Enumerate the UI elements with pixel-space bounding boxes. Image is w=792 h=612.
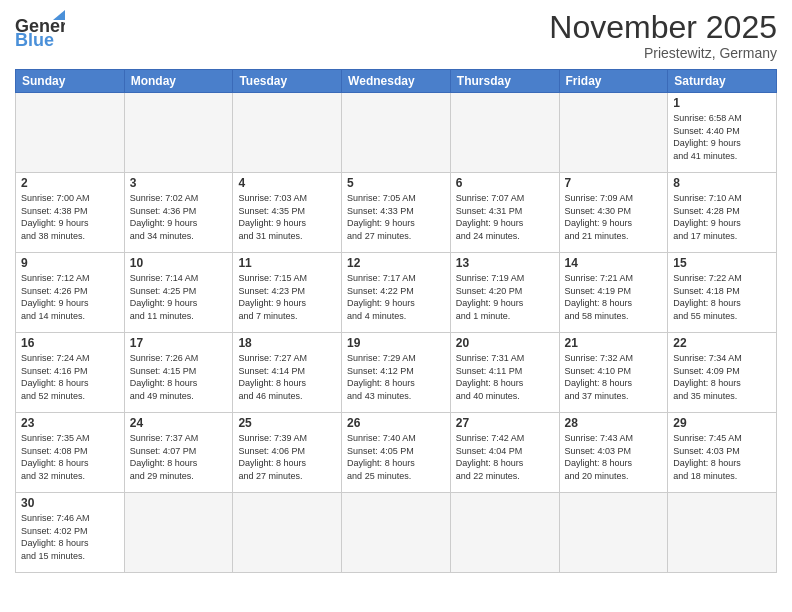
- calendar-cell: 22Sunrise: 7:34 AM Sunset: 4:09 PM Dayli…: [668, 333, 777, 413]
- day-info: Sunrise: 7:05 AM Sunset: 4:33 PM Dayligh…: [347, 192, 445, 242]
- day-number: 19: [347, 336, 445, 350]
- day-number: 23: [21, 416, 119, 430]
- day-info: Sunrise: 7:39 AM Sunset: 4:06 PM Dayligh…: [238, 432, 336, 482]
- day-number: 15: [673, 256, 771, 270]
- calendar-week-5: 30Sunrise: 7:46 AM Sunset: 4:02 PM Dayli…: [16, 493, 777, 573]
- calendar-cell: 23Sunrise: 7:35 AM Sunset: 4:08 PM Dayli…: [16, 413, 125, 493]
- day-info: Sunrise: 7:43 AM Sunset: 4:03 PM Dayligh…: [565, 432, 663, 482]
- day-number: 4: [238, 176, 336, 190]
- day-number: 26: [347, 416, 445, 430]
- header-wednesday: Wednesday: [342, 70, 451, 93]
- day-number: 27: [456, 416, 554, 430]
- day-info: Sunrise: 7:35 AM Sunset: 4:08 PM Dayligh…: [21, 432, 119, 482]
- header-monday: Monday: [124, 70, 233, 93]
- day-info: Sunrise: 7:07 AM Sunset: 4:31 PM Dayligh…: [456, 192, 554, 242]
- subtitle: Priestewitz, Germany: [549, 45, 777, 61]
- calendar-cell: 28Sunrise: 7:43 AM Sunset: 4:03 PM Dayli…: [559, 413, 668, 493]
- calendar-cell: 25Sunrise: 7:39 AM Sunset: 4:06 PM Dayli…: [233, 413, 342, 493]
- header-friday: Friday: [559, 70, 668, 93]
- calendar-cell: 16Sunrise: 7:24 AM Sunset: 4:16 PM Dayli…: [16, 333, 125, 413]
- svg-text:Blue: Blue: [15, 30, 54, 50]
- day-number: 29: [673, 416, 771, 430]
- logo-icon: General Blue: [15, 10, 65, 50]
- calendar-cell: 13Sunrise: 7:19 AM Sunset: 4:20 PM Dayli…: [450, 253, 559, 333]
- day-number: 2: [21, 176, 119, 190]
- day-number: 3: [130, 176, 228, 190]
- title-section: November 2025 Priestewitz, Germany: [549, 10, 777, 61]
- day-info: Sunrise: 7:10 AM Sunset: 4:28 PM Dayligh…: [673, 192, 771, 242]
- calendar-cell: [559, 493, 668, 573]
- calendar-cell: 10Sunrise: 7:14 AM Sunset: 4:25 PM Dayli…: [124, 253, 233, 333]
- header-thursday: Thursday: [450, 70, 559, 93]
- calendar-cell: 11Sunrise: 7:15 AM Sunset: 4:23 PM Dayli…: [233, 253, 342, 333]
- day-number: 22: [673, 336, 771, 350]
- calendar-cell: 2Sunrise: 7:00 AM Sunset: 4:38 PM Daylig…: [16, 173, 125, 253]
- calendar-cell: [16, 93, 125, 173]
- day-number: 17: [130, 336, 228, 350]
- calendar: Sunday Monday Tuesday Wednesday Thursday…: [15, 69, 777, 573]
- calendar-cell: 1Sunrise: 6:58 AM Sunset: 4:40 PM Daylig…: [668, 93, 777, 173]
- day-number: 18: [238, 336, 336, 350]
- day-info: Sunrise: 7:21 AM Sunset: 4:19 PM Dayligh…: [565, 272, 663, 322]
- day-info: Sunrise: 6:58 AM Sunset: 4:40 PM Dayligh…: [673, 112, 771, 162]
- calendar-cell: 15Sunrise: 7:22 AM Sunset: 4:18 PM Dayli…: [668, 253, 777, 333]
- day-info: Sunrise: 7:29 AM Sunset: 4:12 PM Dayligh…: [347, 352, 445, 402]
- day-info: Sunrise: 7:27 AM Sunset: 4:14 PM Dayligh…: [238, 352, 336, 402]
- calendar-cell: 20Sunrise: 7:31 AM Sunset: 4:11 PM Dayli…: [450, 333, 559, 413]
- day-number: 28: [565, 416, 663, 430]
- calendar-cell: 9Sunrise: 7:12 AM Sunset: 4:26 PM Daylig…: [16, 253, 125, 333]
- calendar-week-0: 1Sunrise: 6:58 AM Sunset: 4:40 PM Daylig…: [16, 93, 777, 173]
- calendar-cell: 21Sunrise: 7:32 AM Sunset: 4:10 PM Dayli…: [559, 333, 668, 413]
- header-saturday: Saturday: [668, 70, 777, 93]
- day-info: Sunrise: 7:45 AM Sunset: 4:03 PM Dayligh…: [673, 432, 771, 482]
- day-info: Sunrise: 7:24 AM Sunset: 4:16 PM Dayligh…: [21, 352, 119, 402]
- calendar-cell: 12Sunrise: 7:17 AM Sunset: 4:22 PM Dayli…: [342, 253, 451, 333]
- calendar-cell: [668, 493, 777, 573]
- calendar-cell: 8Sunrise: 7:10 AM Sunset: 4:28 PM Daylig…: [668, 173, 777, 253]
- day-info: Sunrise: 7:37 AM Sunset: 4:07 PM Dayligh…: [130, 432, 228, 482]
- header-tuesday: Tuesday: [233, 70, 342, 93]
- day-info: Sunrise: 7:09 AM Sunset: 4:30 PM Dayligh…: [565, 192, 663, 242]
- calendar-cell: [450, 93, 559, 173]
- header-sunday: Sunday: [16, 70, 125, 93]
- day-info: Sunrise: 7:34 AM Sunset: 4:09 PM Dayligh…: [673, 352, 771, 402]
- calendar-cell: [342, 93, 451, 173]
- calendar-cell: 6Sunrise: 7:07 AM Sunset: 4:31 PM Daylig…: [450, 173, 559, 253]
- calendar-cell: 14Sunrise: 7:21 AM Sunset: 4:19 PM Dayli…: [559, 253, 668, 333]
- calendar-cell: 4Sunrise: 7:03 AM Sunset: 4:35 PM Daylig…: [233, 173, 342, 253]
- calendar-cell: 7Sunrise: 7:09 AM Sunset: 4:30 PM Daylig…: [559, 173, 668, 253]
- calendar-cell: [124, 493, 233, 573]
- header: General Blue November 2025 Priestewitz, …: [15, 10, 777, 61]
- weekday-header-row: Sunday Monday Tuesday Wednesday Thursday…: [16, 70, 777, 93]
- day-number: 7: [565, 176, 663, 190]
- day-number: 14: [565, 256, 663, 270]
- day-number: 9: [21, 256, 119, 270]
- calendar-cell: 17Sunrise: 7:26 AM Sunset: 4:15 PM Dayli…: [124, 333, 233, 413]
- day-info: Sunrise: 7:14 AM Sunset: 4:25 PM Dayligh…: [130, 272, 228, 322]
- day-info: Sunrise: 7:12 AM Sunset: 4:26 PM Dayligh…: [21, 272, 119, 322]
- day-number: 20: [456, 336, 554, 350]
- day-info: Sunrise: 7:46 AM Sunset: 4:02 PM Dayligh…: [21, 512, 119, 562]
- calendar-cell: 19Sunrise: 7:29 AM Sunset: 4:12 PM Dayli…: [342, 333, 451, 413]
- calendar-cell: [233, 93, 342, 173]
- day-number: 8: [673, 176, 771, 190]
- day-info: Sunrise: 7:26 AM Sunset: 4:15 PM Dayligh…: [130, 352, 228, 402]
- calendar-cell: [124, 93, 233, 173]
- calendar-cell: 30Sunrise: 7:46 AM Sunset: 4:02 PM Dayli…: [16, 493, 125, 573]
- day-number: 25: [238, 416, 336, 430]
- calendar-cell: [450, 493, 559, 573]
- day-number: 21: [565, 336, 663, 350]
- calendar-week-3: 16Sunrise: 7:24 AM Sunset: 4:16 PM Dayli…: [16, 333, 777, 413]
- day-info: Sunrise: 7:17 AM Sunset: 4:22 PM Dayligh…: [347, 272, 445, 322]
- calendar-cell: 18Sunrise: 7:27 AM Sunset: 4:14 PM Dayli…: [233, 333, 342, 413]
- calendar-cell: 5Sunrise: 7:05 AM Sunset: 4:33 PM Daylig…: [342, 173, 451, 253]
- calendar-cell: 3Sunrise: 7:02 AM Sunset: 4:36 PM Daylig…: [124, 173, 233, 253]
- day-number: 1: [673, 96, 771, 110]
- day-info: Sunrise: 7:31 AM Sunset: 4:11 PM Dayligh…: [456, 352, 554, 402]
- calendar-week-1: 2Sunrise: 7:00 AM Sunset: 4:38 PM Daylig…: [16, 173, 777, 253]
- day-number: 12: [347, 256, 445, 270]
- day-info: Sunrise: 7:15 AM Sunset: 4:23 PM Dayligh…: [238, 272, 336, 322]
- day-info: Sunrise: 7:40 AM Sunset: 4:05 PM Dayligh…: [347, 432, 445, 482]
- day-number: 10: [130, 256, 228, 270]
- calendar-cell: 26Sunrise: 7:40 AM Sunset: 4:05 PM Dayli…: [342, 413, 451, 493]
